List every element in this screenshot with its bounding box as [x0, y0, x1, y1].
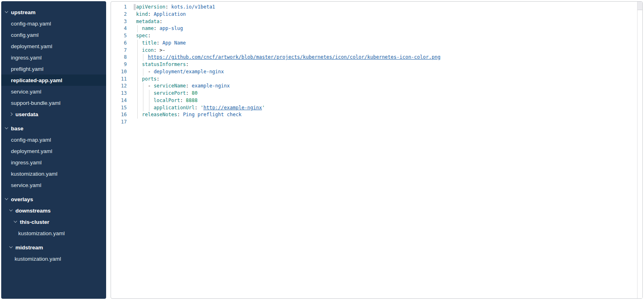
indent-guide — [137, 104, 138, 112]
code-token-op: : — [186, 62, 189, 67]
scrollbar-thumb[interactable] — [638, 2, 642, 10]
code-token-op: : — [148, 33, 151, 38]
line-content: icon: >- — [136, 47, 165, 54]
code-line[interactable]: 6 title: App Name — [111, 40, 642, 47]
tree-dir-base[interactable]: base — [1, 123, 106, 134]
line-number: 15 — [111, 104, 127, 112]
editor-scrollbar[interactable] — [637, 2, 642, 298]
code-line[interactable]: 1apiVersion: kots.io/v1beta1 — [111, 4, 642, 11]
code-line[interactable]: 10 - deployment/example-nginx — [111, 68, 642, 76]
tree-file-service-yaml[interactable]: service.yaml — [1, 86, 106, 97]
code-link[interactable]: https://github.com/cncf/artwork/blob/mas… — [148, 54, 440, 60]
tree-file-kustomization-yaml[interactable]: kustomization.yaml — [1, 228, 106, 239]
tree-file-kustomization-yaml[interactable]: kustomization.yaml — [1, 168, 106, 179]
code-line[interactable]: 7 icon: >- — [111, 47, 642, 54]
line-number: 6 — [111, 40, 127, 47]
line-number: 11 — [111, 76, 127, 83]
tree-item-label: overlays — [11, 196, 33, 202]
code-line[interactable]: 8 https://github.com/cncf/artwork/blob/m… — [111, 54, 642, 61]
line-content: ports: — [136, 76, 160, 83]
indent-guide — [137, 54, 138, 61]
tree-file-support-bundle-yaml[interactable]: support-bundle.yaml — [1, 97, 106, 108]
code-line[interactable]: 12 - serviceName: example-nginx — [111, 83, 642, 90]
line-content: - deployment/example-nginx — [136, 68, 224, 76]
tree-file-ingress-yaml[interactable]: ingress.yaml — [1, 157, 106, 168]
tree-dir-this-cluster[interactable]: this-cluster — [1, 216, 106, 228]
tree-file-ingress-yaml[interactable]: ingress.yaml — [1, 52, 106, 63]
tree-dir-overlays[interactable]: overlays — [1, 194, 106, 205]
app-container: upstreamconfig-map.yamlconfig.yamldeploy… — [1, 1, 643, 299]
code-token-key: ports — [142, 76, 156, 82]
line-content: servicePort: 80 — [136, 90, 198, 97]
code-line[interactable]: 17 — [111, 119, 642, 126]
code-token-op: : — [195, 105, 198, 111]
code-line[interactable]: 15 applicationUrl: 'http://example-nginx… — [111, 104, 642, 112]
code-line[interactable]: 3metadata: — [111, 18, 642, 26]
tree-file-service-yaml[interactable]: service.yaml — [1, 179, 106, 191]
indent-guide — [137, 90, 138, 97]
code-link[interactable]: http://example-nginx — [203, 105, 262, 111]
tree-dir-midstream[interactable]: midstream — [1, 242, 106, 253]
code-token-key: apiVersion — [136, 4, 165, 10]
editor-cursor — [134, 4, 136, 10]
indent-guide — [137, 47, 138, 54]
indent-guide — [149, 90, 149, 97]
tree-dir-userdata[interactable]: userdata — [1, 108, 106, 120]
code-line[interactable]: 13 servicePort: 80 — [111, 90, 642, 97]
code-token-key: icon — [142, 47, 154, 53]
code-token-plain — [136, 54, 148, 60]
code-line[interactable]: 5spec: — [111, 32, 642, 40]
tree-item-label: config-map.yaml — [11, 21, 51, 27]
chevron-down-icon — [9, 208, 13, 211]
indent-guide — [137, 40, 138, 47]
tree-file-preflight-yaml[interactable]: preflight.yaml — [1, 63, 106, 74]
code-token-key: statusInformers — [142, 62, 186, 67]
code-token-plain — [160, 40, 162, 46]
tree-dir-downstreams[interactable]: downstreams — [1, 205, 106, 216]
tree-item-label: ingress.yaml — [11, 160, 42, 166]
tree-file-replicated-app-yaml[interactable]: replicated-app.yaml — [1, 74, 106, 86]
tree-file-deployment-yaml[interactable]: deployment.yaml — [1, 145, 106, 157]
file-tree-sidebar: upstreamconfig-map.yamlconfig.yamldeploy… — [1, 1, 106, 299]
tree-item-label: midstream — [15, 245, 43, 251]
code-token-key: title — [142, 40, 156, 46]
code-token-op: : — [186, 83, 189, 89]
line-number: 12 — [111, 83, 127, 90]
line-number: 8 — [111, 54, 127, 61]
code-token-val: App Name — [162, 40, 186, 46]
code-token-plain — [136, 69, 148, 74]
code-line[interactable]: 11 ports: — [111, 76, 642, 83]
code-line[interactable]: 4 name: app-slug — [111, 25, 642, 32]
line-content: name: app-slug — [136, 25, 183, 32]
code-token-key: spec — [136, 33, 148, 38]
code-lines[interactable]: 1apiVersion: kots.io/v1beta12kind: Appli… — [111, 2, 642, 126]
tree-item-label: kustomization.yaml — [15, 256, 61, 262]
tree-file-config-map-yaml[interactable]: config-map.yaml — [1, 134, 106, 145]
tree-file-kustomization-yaml[interactable]: kustomization.yaml — [1, 253, 106, 264]
code-token-plain — [136, 105, 154, 111]
line-number: 13 — [111, 90, 127, 97]
code-token-plain — [157, 47, 160, 53]
tree-item-label: userdata — [15, 111, 38, 117]
code-line[interactable]: 16 releaseNotes: Ping preflight check — [111, 111, 642, 119]
code-line[interactable]: 2kind: Application — [111, 11, 642, 18]
yaml-editor-panel: 1apiVersion: kots.io/v1beta12kind: Appli… — [111, 1, 643, 299]
chevron-right-icon — [9, 113, 13, 116]
tree-file-config-map-yaml[interactable]: config-map.yaml — [1, 18, 106, 29]
tree-dir-upstream[interactable]: upstream — [1, 6, 106, 18]
tree-file-config-yaml[interactable]: config.yaml — [1, 29, 106, 40]
code-token-plain — [198, 105, 200, 111]
chevron-down-icon — [9, 245, 13, 248]
line-content: metadata: — [136, 18, 162, 26]
file-tree: upstreamconfig-map.yamlconfig.yamldeploy… — [1, 6, 106, 264]
line-content: kind: Application — [136, 11, 186, 18]
code-token-op: : — [157, 76, 160, 82]
code-token-plain — [180, 112, 183, 117]
line-number: 5 — [111, 32, 127, 40]
code-token-val: app-slug — [160, 26, 183, 31]
code-line[interactable]: 14 localPort: 8888 — [111, 97, 642, 104]
tree-file-deployment-yaml[interactable]: deployment.yaml — [1, 40, 106, 52]
indent-guide — [149, 97, 149, 104]
code-line[interactable]: 9 statusInformers: — [111, 61, 642, 68]
code-token-val: kots.io/v1beta1 — [171, 4, 215, 10]
